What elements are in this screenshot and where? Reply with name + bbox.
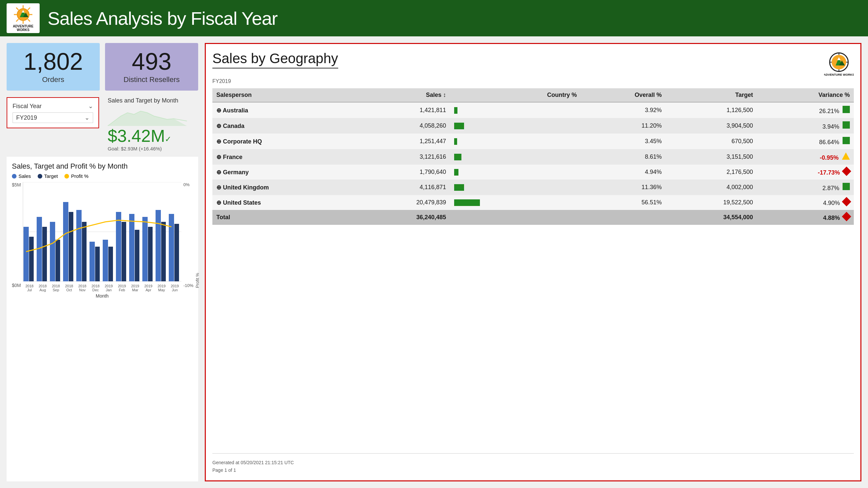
cell-overall-pct: 3.45% <box>581 134 666 149</box>
svg-rect-17 <box>24 227 29 281</box>
geo-title-section: Sales by Geography <box>212 51 338 68</box>
fiscal-year-value-chevron-icon[interactable]: ⌄ <box>85 114 90 121</box>
svg-rect-34 <box>135 230 140 281</box>
col-bar <box>450 88 490 102</box>
resellers-label: Distinct Resellers <box>112 76 192 84</box>
bar-fill <box>454 107 458 114</box>
svg-rect-31 <box>116 212 121 281</box>
cell-bar <box>450 165 490 179</box>
header: ADVENTUREWORKS Sales Analysis by Fiscal … <box>0 0 868 36</box>
cell-total-sales: 36,240,485 <box>359 210 450 225</box>
cell-variance: 4.90% <box>757 195 854 210</box>
table-row: ⊕ Germany 1,790,640 4.94% 2,176,500 -17.… <box>212 165 854 179</box>
cell-total-bar <box>450 210 490 225</box>
cell-overall-pct: 8.61% <box>581 149 666 165</box>
bar-fill <box>454 184 464 191</box>
cell-name: ⊕ Corporate HQ <box>212 134 359 149</box>
cell-name: ⊕ United Kingdom <box>212 179 359 195</box>
table-row: ⊕ United Kingdom 4,116,871 11.36% 4,002,… <box>212 179 854 195</box>
cell-target: 2,176,500 <box>665 165 757 179</box>
cell-name: ⊕ France <box>212 149 359 165</box>
cell-target: 3,151,500 <box>665 149 757 165</box>
cell-country-pct <box>490 195 581 210</box>
x-label: 2018Sep <box>49 284 62 292</box>
status-green-icon <box>843 106 850 113</box>
chart-area: $5M $0M <box>12 182 193 288</box>
y-axis-labels: $5M $0M <box>12 182 23 288</box>
cell-name: ⊕ Germany <box>212 165 359 179</box>
fiscal-year-chevron-icon[interactable]: ⌄ <box>88 103 93 110</box>
svg-rect-35 <box>142 217 148 281</box>
svg-rect-27 <box>90 242 95 281</box>
table-row: ⊕ Corporate HQ 1,251,447 3.45% 670,500 8… <box>212 134 854 149</box>
cell-overall-pct: 11.36% <box>581 179 666 195</box>
profit-legend-dot <box>64 174 69 178</box>
cell-variance: 2.87% <box>757 179 854 195</box>
orders-label: Orders <box>13 76 93 84</box>
col-salesperson: Salesperson <box>212 88 359 102</box>
svg-marker-12 <box>108 111 187 126</box>
cell-name: ⊕ Australia <box>212 102 359 118</box>
svg-line-5 <box>16 8 19 10</box>
legend-target: Target <box>38 173 58 179</box>
logo: ADVENTUREWORKS <box>7 3 40 33</box>
x-label: 2019Mar <box>128 284 142 292</box>
status-red-icon <box>842 197 851 206</box>
cell-overall-pct: 4.94% <box>581 165 666 179</box>
svg-rect-30 <box>108 247 113 281</box>
cell-total-country <box>490 210 581 225</box>
svg-line-7 <box>28 8 30 10</box>
svg-rect-29 <box>103 240 108 281</box>
cell-target: 19,522,500 <box>665 195 757 210</box>
y-right-axis: 0% -10% <box>181 182 193 288</box>
chart-legend: Sales Target Profit % <box>12 173 193 179</box>
cell-name: ⊕ Canada <box>212 118 359 134</box>
footer-generated: Generated at 05/20/2021 21:15:21 UTC <box>212 459 854 466</box>
geo-year: FY2019 <box>212 78 854 84</box>
col-sales[interactable]: Sales ↕ <box>359 88 450 102</box>
x-axis-labels: 2018Jul 2018Aug 2018Sep 2018Oct 2018Nov … <box>23 283 181 292</box>
svg-line-8 <box>16 19 19 22</box>
bar-container <box>454 168 486 176</box>
variance-value: -17.73% <box>818 169 840 176</box>
fiscal-year-value-row[interactable]: FY2019 ⌄ <box>12 112 93 123</box>
y-top-label: $5M <box>12 182 21 188</box>
cell-bar <box>450 118 490 134</box>
svg-rect-32 <box>122 222 126 281</box>
fiscal-year-value: FY2019 <box>16 114 37 121</box>
x-label: 2018Dec <box>89 284 102 292</box>
cell-variance: -17.73% <box>757 165 854 179</box>
col-overall-pct: Overall % <box>581 88 666 102</box>
col-variance: Variance % <box>757 88 854 102</box>
bar-container <box>454 183 486 192</box>
bar-container <box>454 107 486 114</box>
bar-container <box>454 199 486 207</box>
svg-rect-33 <box>129 214 134 281</box>
cell-country-pct <box>490 149 581 165</box>
y-right-bottom: -10% <box>183 283 193 288</box>
cell-sales: 4,116,871 <box>359 179 450 195</box>
cell-total-overall <box>581 210 666 225</box>
left-panel: 1,802 Orders 493 Distinct Resellers Fisc… <box>7 43 198 481</box>
orders-kpi: 1,802 Orders <box>7 43 100 91</box>
geography-panel: Sales by Geography ADVENTURE WORKS FY201… <box>205 43 861 481</box>
table-header-row: Salesperson Sales ↕ Country % Overall % … <box>212 88 854 102</box>
geo-title: Sales by Geography <box>212 51 338 68</box>
sales-target-widget: Sales and Target by Month $3.42M✓ Goal: … <box>104 97 198 151</box>
cell-target: 1,126,500 <box>665 102 757 118</box>
fiscal-year-filter[interactable]: Fiscal Year ⌄ FY2019 ⌄ <box>7 97 99 128</box>
table-row: ⊕ Canada 4,058,260 11.20% 3,904,500 3.94… <box>212 118 854 134</box>
status-green-icon <box>843 137 850 144</box>
adventure-works-logo-icon <box>13 5 33 25</box>
geo-header: Sales by Geography ADVENTURE WORKS <box>212 51 854 77</box>
table-row: ⊕ United States 20,479,839 56.51% 19,522… <box>212 195 854 210</box>
x-label: 2018Oct <box>62 284 75 292</box>
y-right-title: Profit % <box>193 182 200 288</box>
bar-fill <box>454 154 462 160</box>
cell-bar <box>450 179 490 195</box>
y-right-top: 0% <box>183 182 193 187</box>
svg-rect-21 <box>50 222 55 281</box>
variance-value: 26.21% <box>819 108 839 114</box>
target-legend-dot <box>38 174 42 178</box>
cell-name: ⊕ United States <box>212 195 359 210</box>
